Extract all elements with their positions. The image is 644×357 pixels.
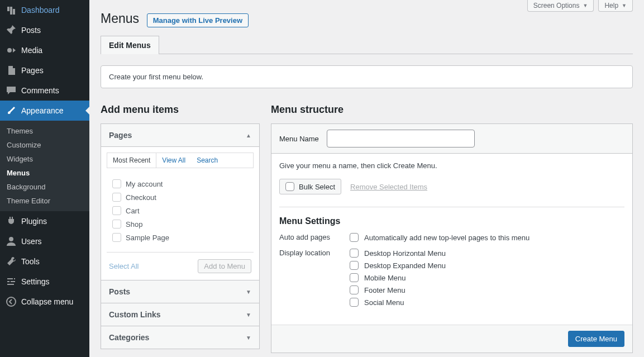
sidebar-item-plugins[interactable]: Plugins (0, 211, 89, 231)
submenu-theme-editor[interactable]: Theme Editor (0, 194, 89, 208)
submenu-menus[interactable]: Menus (0, 166, 89, 180)
checkbox[interactable] (350, 273, 359, 282)
submenu-widgets[interactable]: Widgets (0, 152, 89, 166)
page-item[interactable]: Cart (109, 204, 251, 217)
page-label: Checkout (126, 193, 156, 202)
submenu-customize[interactable]: Customize (0, 138, 89, 152)
checkbox[interactable] (112, 220, 121, 229)
comments-icon (6, 85, 17, 96)
page-label: Sample Page (126, 234, 169, 242)
sidebar-label: Dashboard (21, 6, 60, 15)
page-item[interactable]: Shop (109, 217, 251, 231)
checkbox[interactable] (350, 233, 359, 242)
page-item[interactable]: Checkout (109, 191, 251, 204)
divider (279, 207, 624, 207)
chevron-down-icon: ▼ (246, 335, 251, 341)
menu-name-row: Menu Name (271, 124, 632, 154)
tab-edit-menus[interactable]: Edit Menus (101, 36, 159, 54)
display-location-row: Display location Desktop Horizontal Menu… (279, 249, 624, 307)
pages-icon (6, 65, 17, 76)
checkbox[interactable] (112, 193, 121, 202)
menu-structure-heading: Menu structure (271, 104, 633, 116)
checkbox[interactable] (112, 206, 121, 215)
sidebar-item-pages[interactable]: Pages (0, 60, 89, 80)
accordion-title: Posts (109, 287, 130, 296)
pages-tab-viewall[interactable]: View All (156, 153, 191, 168)
checkbox[interactable] (350, 261, 359, 270)
location-option[interactable]: Desktop Horizontal Menu (350, 249, 446, 258)
sidebar-item-posts[interactable]: Posts (0, 20, 89, 40)
pages-filter-tabs: Most Recent View All Search (107, 153, 254, 168)
accordion-posts: Posts ▼ (101, 280, 260, 303)
menu-structure-panel: Menu structure Menu Name Give your menu … (271, 104, 633, 353)
admin-sidebar: Dashboard Posts Media Pages Comments App… (0, 0, 89, 357)
auto-add-option[interactable]: Automatically add new top-level pages to… (350, 233, 529, 242)
chevron-down-icon: ▼ (246, 289, 251, 295)
accordion-pages-header[interactable]: Pages ▲ (101, 124, 259, 146)
checkbox[interactable] (350, 298, 359, 307)
sidebar-item-comments[interactable]: Comments (0, 80, 89, 101)
sidebar-label: Posts (21, 26, 41, 35)
sidebar-item-appearance[interactable]: Appearance (0, 101, 89, 121)
add-menu-items-panel: Add menu items Pages ▲ Most Recent View … (101, 104, 260, 353)
checkbox[interactable] (350, 285, 359, 294)
checkbox[interactable] (112, 179, 121, 188)
sidebar-label: Users (21, 237, 42, 246)
menu-structure-box: Menu Name Give your menu a name, then cl… (271, 123, 633, 353)
option-label: Automatically add new top-level pages to… (364, 234, 529, 242)
submenu-background[interactable]: Background (0, 180, 89, 194)
sidebar-item-media[interactable]: Media (0, 40, 89, 60)
pages-tab-search[interactable]: Search (191, 153, 223, 168)
option-label: Desktop Horizontal Menu (364, 249, 446, 258)
option-label: Social Menu (364, 298, 404, 307)
location-option[interactable]: Desktop Expanded Menu (350, 261, 446, 270)
create-menu-button[interactable]: Create Menu (568, 331, 624, 347)
screen-options-label: Screen Options (533, 2, 580, 9)
sidebar-item-tools[interactable]: Tools (0, 251, 89, 272)
brush-icon (6, 105, 17, 116)
screen-options-button[interactable]: Screen Options ▼ (527, 0, 594, 12)
help-button[interactable]: Help ▼ (598, 0, 633, 12)
remove-selected-link[interactable]: Remove Selected Items (350, 183, 427, 191)
svg-point-1 (9, 237, 13, 241)
chevron-down-icon: ▼ (246, 312, 251, 318)
menu-footer: Create Menu (271, 325, 632, 353)
pages-list: My account Checkout Cart Shop Sample Pag… (107, 174, 254, 246)
checkbox[interactable] (350, 249, 359, 258)
submenu-themes[interactable]: Themes (0, 124, 89, 138)
add-to-menu-button[interactable]: Add to Menu (198, 259, 251, 273)
sidebar-label: Collapse menu (21, 297, 73, 306)
select-all-link[interactable]: Select All (109, 262, 139, 270)
display-location-label: Display location (279, 249, 350, 257)
svg-point-2 (7, 297, 16, 306)
sidebar-label: Tools (21, 257, 40, 266)
checkbox[interactable] (285, 182, 294, 191)
accordion-pages: Pages ▲ Most Recent View All Search My a… (101, 123, 260, 280)
sidebar-item-collapse[interactable]: Collapse menu (0, 292, 89, 312)
location-option[interactable]: Footer Menu (350, 285, 446, 294)
manage-live-preview-button[interactable]: Manage with Live Preview (147, 13, 249, 27)
sidebar-item-users[interactable]: Users (0, 231, 89, 251)
add-items-heading: Add menu items (101, 104, 260, 116)
pages-tab-recent[interactable]: Most Recent (107, 153, 156, 168)
menu-name-input[interactable] (327, 130, 475, 147)
sidebar-item-settings[interactable]: Settings (0, 272, 89, 292)
display-location-options: Desktop Horizontal Menu Desktop Expanded… (350, 249, 446, 307)
accordion-categories: Categories ▼ (101, 326, 260, 349)
sliders-icon (6, 276, 17, 287)
location-option[interactable]: Social Menu (350, 298, 446, 307)
page-item[interactable]: Sample Page (109, 231, 251, 244)
appearance-submenu: Themes Customize Widgets Menus Backgroun… (0, 121, 89, 211)
accordion-custom-links-header[interactable]: Custom Links ▼ (101, 303, 259, 326)
accordion-categories-header[interactable]: Categories ▼ (101, 326, 259, 349)
location-option[interactable]: Mobile Menu (350, 273, 446, 282)
page-label: My account (126, 180, 163, 188)
page-item[interactable]: My account (109, 177, 251, 191)
user-icon (6, 236, 17, 247)
checkbox[interactable] (112, 233, 121, 242)
sidebar-item-dashboard[interactable]: Dashboard (0, 0, 89, 20)
page-label: Shop (126, 220, 142, 229)
bulk-select-button[interactable]: Bulk Select (279, 179, 341, 194)
accordion-posts-header[interactable]: Posts ▼ (101, 280, 259, 303)
page-title: Menus (101, 0, 139, 32)
